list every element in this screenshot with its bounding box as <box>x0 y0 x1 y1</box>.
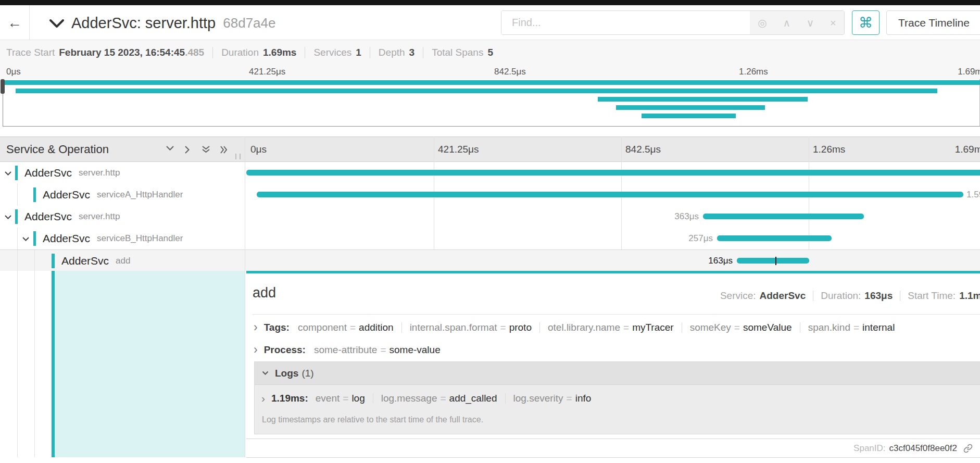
span-duration-bar[interactable] <box>703 214 864 219</box>
deep-link-icon[interactable] <box>963 444 973 453</box>
chevron-right-icon: › <box>254 320 258 334</box>
minimap-span-bar <box>598 97 808 102</box>
find-input[interactable] <box>501 11 750 34</box>
locate-span-icon[interactable]: ◎ <box>758 18 767 28</box>
services-value: 1 <box>356 47 361 58</box>
minimap-tick: 0μs <box>6 67 21 77</box>
minimap-tick: 842.5μs <box>494 67 526 77</box>
span-duration-label: 1.59ms <box>966 184 980 206</box>
expand-one-icon[interactable] <box>184 145 190 154</box>
span-row[interactable]: AdderSvc serviceA_HttpHandler 1.59ms <box>0 184 980 206</box>
top-black-bar <box>0 0 980 5</box>
services-label: Services <box>313 47 351 58</box>
trace-start-value: February 15 2023, 16:54:45 <box>59 47 185 58</box>
collapse-deep-icon[interactable] <box>202 145 210 154</box>
minimap-span-bar <box>642 114 736 118</box>
timeline-tick: 421.25μs <box>438 137 479 162</box>
footer-divider <box>246 457 980 458</box>
process-accordion[interactable]: › Process: some-attribute=some-value <box>254 343 441 357</box>
span-color-bar <box>33 187 36 202</box>
logs-note: Log timestamps are relative to the start… <box>262 415 483 424</box>
span-duration-bar[interactable] <box>717 235 832 241</box>
span-name: AdderSvc serviceB_HttpHandler <box>43 228 183 249</box>
trace-header: ← AdderSvc: server.http 68d7a4e ◎ ∧ ∨ × … <box>0 5 980 40</box>
tree-guide-line <box>17 250 18 271</box>
service-operation-header: Service & Operation <box>6 137 109 162</box>
trace-start-label: Trace Start <box>6 47 55 58</box>
span-detail-panel: add Service: AdderSvc Duration: 163μs St… <box>246 273 980 463</box>
span-color-bar <box>52 254 55 268</box>
span-name: AdderSvc add <box>61 250 130 271</box>
span-color-bar <box>15 166 18 180</box>
span-color-bar <box>33 231 36 246</box>
span-name: AdderSvc server.http <box>24 162 120 184</box>
span-duration-label: 257μs <box>670 228 713 249</box>
span-duration-bar[interactable] <box>737 258 809 264</box>
minimap-span-bar <box>616 105 765 110</box>
chevron-right-icon: › <box>261 392 265 405</box>
tree-guide-line <box>17 271 18 457</box>
trace-summary: Trace Start February 15 2023, 16:54:45 .… <box>6 40 493 65</box>
logs-accordion-header[interactable]: Logs (1) <box>255 362 980 385</box>
detail-divider <box>253 314 980 315</box>
depth-value: 3 <box>409 47 415 58</box>
span-row[interactable]: AdderSvc serviceB_HttpHandler 257μs <box>0 228 980 249</box>
detail-meta: Service: AdderSvc Duration: 163μs Start … <box>720 290 980 302</box>
trace-start-fraction: .485 <box>185 47 204 58</box>
chevron-down-icon[interactable] <box>4 171 12 176</box>
selected-span-highlight <box>55 271 245 457</box>
keyboard-shortcuts-button[interactable]: ⌘ <box>852 10 880 35</box>
span-id-footer: SpanID: c3cf045f0f8ee0f2 <box>246 439 980 457</box>
tree-guide-line <box>17 228 18 249</box>
log-entry[interactable]: › 1.19ms: event=log log.message=add_call… <box>261 392 591 405</box>
minimap-left-scrubber[interactable] <box>1 79 5 94</box>
minimap-tick: 1.69ms <box>958 67 980 77</box>
span-row[interactable]: AdderSvc server.http <box>0 162 980 184</box>
span-row-selected[interactable]: AdderSvc add 163μs <box>0 249 980 271</box>
chevron-down-icon[interactable] <box>22 236 30 242</box>
timeline-column-header: Service & Operation 0μs 421.25μs 842.5μs… <box>0 136 980 162</box>
depth-label: Depth <box>379 47 405 58</box>
span-color-bar <box>15 209 18 224</box>
duration-value: 1.69ms <box>263 47 296 58</box>
timeline-tick: 1.26ms <box>813 137 845 162</box>
view-selector-label: Trace Timeline <box>898 17 970 29</box>
next-result-icon[interactable]: ∨ <box>807 18 814 28</box>
log-marker[interactable] <box>775 257 776 265</box>
total-spans-value: 5 <box>487 47 493 58</box>
timeline-tick: 1.69ms <box>955 137 980 162</box>
span-duration-label: 163μs <box>690 250 733 271</box>
chevron-down-icon <box>262 371 269 376</box>
back-arrow-icon: ← <box>7 15 22 31</box>
duration-label: Duration <box>221 47 259 58</box>
minimap-tick: 1.26ms <box>739 67 768 77</box>
collapse-trace-icon[interactable] <box>49 19 65 28</box>
total-spans-label: Total Spans <box>432 47 483 58</box>
minimap-canvas[interactable] <box>3 79 980 127</box>
name-column-divider <box>245 136 245 457</box>
clear-search-icon[interactable]: × <box>830 18 836 28</box>
collapse-all-icon[interactable] <box>166 145 174 151</box>
jaeger-trace-page: ← AdderSvc: server.http 68d7a4e ◎ ∧ ∨ × … <box>0 0 980 463</box>
timeline-tick: 0μs <box>250 137 267 162</box>
minimap-span-bar <box>16 89 937 93</box>
span-duration-bar[interactable] <box>246 170 980 176</box>
prev-result-icon[interactable]: ∧ <box>783 18 790 28</box>
span-duration-label: 363μs <box>656 206 699 228</box>
detail-span-title: add <box>253 285 276 301</box>
tags-accordion[interactable]: › Tags: component=addition internal.span… <box>254 320 895 334</box>
back-button[interactable]: ← <box>0 5 30 40</box>
span-row[interactable]: AdderSvc server.http 363μs <box>0 206 980 228</box>
minimap-span-bar <box>4 80 980 85</box>
column-resize-handle[interactable] <box>235 154 241 159</box>
tree-guide-line <box>34 271 35 457</box>
chevron-right-icon: › <box>254 343 258 357</box>
span-name: AdderSvc server.http <box>24 206 120 228</box>
chevron-down-icon[interactable] <box>4 215 12 220</box>
view-selector-button[interactable]: Trace Timeline <box>886 10 980 35</box>
timeline-tick: 842.5μs <box>625 137 661 162</box>
trace-name: AdderSvc: server.http <box>71 15 216 32</box>
expand-all-icon[interactable] <box>220 145 229 154</box>
span-duration-bar[interactable] <box>257 192 963 197</box>
find-controls: ◎ ∧ ∨ × <box>750 11 844 34</box>
